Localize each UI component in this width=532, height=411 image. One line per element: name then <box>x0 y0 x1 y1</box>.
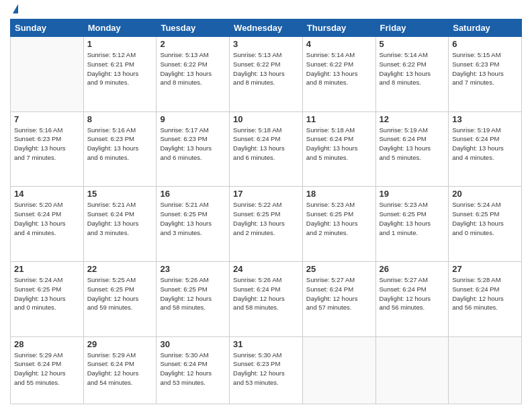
day-info: Sunrise: 5:20 AMSunset: 6:24 PMDaylight:… <box>14 200 80 237</box>
calendar-day-cell: 2Sunrise: 5:13 AMSunset: 6:22 PMDaylight… <box>157 37 230 112</box>
calendar-header-wednesday: Wednesday <box>230 19 303 37</box>
day-info: Sunrise: 5:21 AMSunset: 6:24 PMDaylight:… <box>87 200 153 237</box>
calendar-day-cell: 17Sunrise: 5:22 AMSunset: 6:25 PMDayligh… <box>230 187 303 262</box>
day-number: 19 <box>380 189 445 199</box>
day-info: Sunrise: 5:13 AMSunset: 6:22 PMDaylight:… <box>233 50 299 87</box>
day-number: 14 <box>14 189 80 199</box>
day-info: Sunrise: 5:14 AMSunset: 6:22 PMDaylight:… <box>380 50 445 87</box>
day-info: Sunrise: 5:25 AMSunset: 6:25 PMDaylight:… <box>87 275 153 312</box>
logo-triangle-icon <box>13 4 18 13</box>
calendar-day-cell: 16Sunrise: 5:21 AMSunset: 6:25 PMDayligh… <box>157 187 230 262</box>
day-number: 8 <box>87 114 153 124</box>
calendar-day-cell: 9Sunrise: 5:17 AMSunset: 6:23 PMDaylight… <box>157 111 230 187</box>
calendar-week-row: 28Sunrise: 5:29 AMSunset: 6:24 PMDayligh… <box>11 336 522 404</box>
day-info: Sunrise: 5:27 AMSunset: 6:24 PMDaylight:… <box>380 275 445 312</box>
calendar-header-saturday: Saturday <box>449 19 522 37</box>
day-number: 6 <box>452 39 518 49</box>
day-number: 3 <box>233 39 299 49</box>
day-number: 12 <box>380 114 445 124</box>
day-info: Sunrise: 5:29 AMSunset: 6:24 PMDaylight:… <box>87 351 153 387</box>
calendar-header-thursday: Thursday <box>302 19 375 37</box>
calendar-day-cell: 26Sunrise: 5:27 AMSunset: 6:24 PMDayligh… <box>375 261 449 336</box>
day-info: Sunrise: 5:29 AMSunset: 6:24 PMDaylight:… <box>14 351 80 387</box>
day-info: Sunrise: 5:26 AMSunset: 6:25 PMDaylight:… <box>160 275 226 312</box>
calendar-day-cell: 7Sunrise: 5:16 AMSunset: 6:23 PMDaylight… <box>11 111 84 187</box>
calendar-day-cell: 10Sunrise: 5:18 AMSunset: 6:24 PMDayligh… <box>230 111 303 187</box>
calendar-week-row: 14Sunrise: 5:20 AMSunset: 6:24 PMDayligh… <box>11 187 522 262</box>
calendar-day-cell: 21Sunrise: 5:24 AMSunset: 6:25 PMDayligh… <box>11 261 84 336</box>
calendar-header-friday: Friday <box>375 19 449 37</box>
calendar-day-cell: 1Sunrise: 5:12 AMSunset: 6:21 PMDaylight… <box>83 37 157 112</box>
calendar-day-cell <box>449 336 522 404</box>
calendar-day-cell <box>11 37 84 112</box>
day-info: Sunrise: 5:21 AMSunset: 6:25 PMDaylight:… <box>160 200 226 237</box>
day-number: 31 <box>233 339 299 349</box>
calendar-day-cell: 15Sunrise: 5:21 AMSunset: 6:24 PMDayligh… <box>83 187 157 262</box>
day-info: Sunrise: 5:13 AMSunset: 6:22 PMDaylight:… <box>160 50 226 87</box>
calendar-week-row: 1Sunrise: 5:12 AMSunset: 6:21 PMDaylight… <box>11 37 522 112</box>
day-number: 20 <box>452 189 518 199</box>
day-number: 22 <box>87 264 153 274</box>
calendar-day-cell: 12Sunrise: 5:19 AMSunset: 6:24 PMDayligh… <box>375 111 449 187</box>
header <box>10 7 522 13</box>
day-info: Sunrise: 5:24 AMSunset: 6:25 PMDaylight:… <box>14 275 80 312</box>
calendar-header-sunday: Sunday <box>11 19 84 37</box>
calendar-day-cell: 5Sunrise: 5:14 AMSunset: 6:22 PMDaylight… <box>375 37 449 112</box>
day-number: 16 <box>160 189 226 199</box>
calendar-day-cell: 22Sunrise: 5:25 AMSunset: 6:25 PMDayligh… <box>83 261 157 336</box>
day-info: Sunrise: 5:23 AMSunset: 6:25 PMDaylight:… <box>306 200 372 237</box>
day-number: 28 <box>14 339 80 349</box>
calendar-day-cell: 25Sunrise: 5:27 AMSunset: 6:24 PMDayligh… <box>302 261 375 336</box>
day-number: 4 <box>306 39 372 49</box>
calendar-day-cell: 31Sunrise: 5:30 AMSunset: 6:23 PMDayligh… <box>230 336 303 404</box>
day-info: Sunrise: 5:30 AMSunset: 6:24 PMDaylight:… <box>160 351 226 387</box>
day-number: 2 <box>160 39 226 49</box>
calendar-page: SundayMondayTuesdayWednesdayThursdayFrid… <box>0 0 532 411</box>
day-number: 5 <box>380 39 445 49</box>
calendar-day-cell: 29Sunrise: 5:29 AMSunset: 6:24 PMDayligh… <box>83 336 157 404</box>
day-number: 25 <box>306 264 372 274</box>
day-info: Sunrise: 5:23 AMSunset: 6:25 PMDaylight:… <box>380 200 445 237</box>
day-info: Sunrise: 5:26 AMSunset: 6:24 PMDaylight:… <box>233 275 299 312</box>
day-info: Sunrise: 5:17 AMSunset: 6:23 PMDaylight:… <box>160 126 226 163</box>
logo <box>10 7 18 13</box>
calendar-header-row: SundayMondayTuesdayWednesdayThursdayFrid… <box>11 19 522 37</box>
day-number: 10 <box>233 114 299 124</box>
calendar-day-cell: 27Sunrise: 5:28 AMSunset: 6:24 PMDayligh… <box>449 261 522 336</box>
calendar-day-cell: 4Sunrise: 5:14 AMSunset: 6:22 PMDaylight… <box>302 37 375 112</box>
day-number: 11 <box>306 114 372 124</box>
calendar-day-cell: 11Sunrise: 5:18 AMSunset: 6:24 PMDayligh… <box>302 111 375 187</box>
calendar-day-cell: 20Sunrise: 5:24 AMSunset: 6:25 PMDayligh… <box>449 187 522 262</box>
day-number: 24 <box>233 264 299 274</box>
calendar-day-cell: 30Sunrise: 5:30 AMSunset: 6:24 PMDayligh… <box>157 336 230 404</box>
day-info: Sunrise: 5:12 AMSunset: 6:21 PMDaylight:… <box>87 50 153 87</box>
calendar-header-tuesday: Tuesday <box>157 19 230 37</box>
calendar-week-row: 21Sunrise: 5:24 AMSunset: 6:25 PMDayligh… <box>11 261 522 336</box>
day-number: 18 <box>306 189 372 199</box>
day-info: Sunrise: 5:19 AMSunset: 6:24 PMDaylight:… <box>380 126 445 163</box>
calendar-day-cell: 6Sunrise: 5:15 AMSunset: 6:23 PMDaylight… <box>449 37 522 112</box>
calendar-day-cell: 28Sunrise: 5:29 AMSunset: 6:24 PMDayligh… <box>11 336 84 404</box>
day-number: 15 <box>87 189 153 199</box>
day-number: 13 <box>452 114 518 124</box>
calendar-day-cell: 3Sunrise: 5:13 AMSunset: 6:22 PMDaylight… <box>230 37 303 112</box>
day-number: 30 <box>160 339 226 349</box>
day-number: 21 <box>14 264 80 274</box>
day-info: Sunrise: 5:16 AMSunset: 6:23 PMDaylight:… <box>87 126 153 163</box>
day-info: Sunrise: 5:18 AMSunset: 6:24 PMDaylight:… <box>306 126 372 163</box>
day-info: Sunrise: 5:24 AMSunset: 6:25 PMDaylight:… <box>452 200 518 237</box>
day-info: Sunrise: 5:30 AMSunset: 6:23 PMDaylight:… <box>233 351 299 387</box>
calendar-week-row: 7Sunrise: 5:16 AMSunset: 6:23 PMDaylight… <box>11 111 522 187</box>
day-info: Sunrise: 5:22 AMSunset: 6:25 PMDaylight:… <box>233 200 299 237</box>
day-number: 7 <box>14 114 80 124</box>
day-number: 1 <box>87 39 153 49</box>
calendar-day-cell: 24Sunrise: 5:26 AMSunset: 6:24 PMDayligh… <box>230 261 303 336</box>
day-info: Sunrise: 5:28 AMSunset: 6:24 PMDaylight:… <box>452 275 518 312</box>
day-info: Sunrise: 5:18 AMSunset: 6:24 PMDaylight:… <box>233 126 299 163</box>
day-info: Sunrise: 5:27 AMSunset: 6:24 PMDaylight:… <box>306 275 372 312</box>
calendar-day-cell: 18Sunrise: 5:23 AMSunset: 6:25 PMDayligh… <box>302 187 375 262</box>
calendar-header-monday: Monday <box>83 19 157 37</box>
calendar-day-cell <box>302 336 375 404</box>
calendar-day-cell: 19Sunrise: 5:23 AMSunset: 6:25 PMDayligh… <box>375 187 449 262</box>
calendar-day-cell: 8Sunrise: 5:16 AMSunset: 6:23 PMDaylight… <box>83 111 157 187</box>
